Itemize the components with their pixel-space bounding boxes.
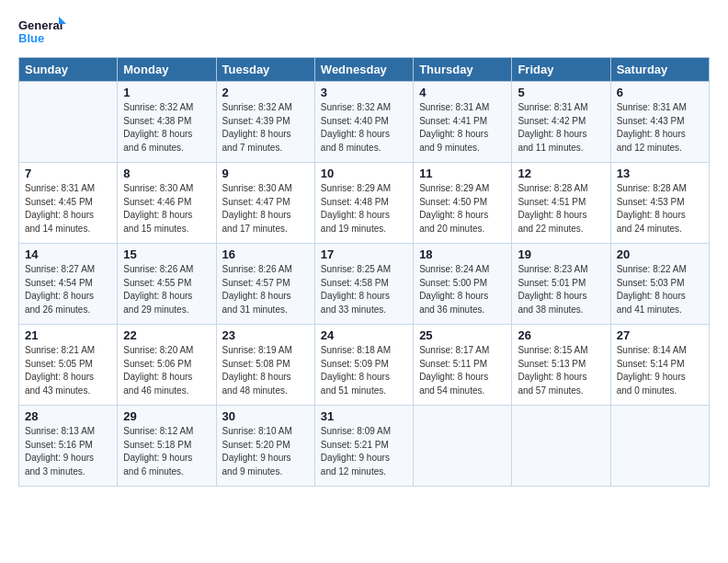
day-cell: 3Sunrise: 8:32 AMSunset: 4:40 PMDaylight…: [314, 82, 413, 163]
day-number: 2: [222, 86, 309, 99]
day-cell: 26Sunrise: 8:15 AMSunset: 5:13 PMDayligh…: [512, 325, 610, 406]
day-info: Sunrise: 8:30 AMSunset: 4:46 PMDaylight:…: [123, 182, 210, 236]
day-number: 21: [25, 328, 111, 342]
day-number: 15: [123, 247, 210, 261]
day-number: 18: [419, 247, 506, 261]
day-info: Sunrise: 8:22 AMSunset: 5:03 PMDaylight:…: [617, 263, 703, 316]
day-cell: 18Sunrise: 8:24 AMSunset: 5:00 PMDayligh…: [414, 244, 512, 325]
day-cell: 11Sunrise: 8:29 AMSunset: 4:50 PMDayligh…: [414, 163, 512, 244]
day-info: Sunrise: 8:19 AMSunset: 5:08 PMDaylight:…: [222, 344, 309, 397]
day-cell: 15Sunrise: 8:26 AMSunset: 4:55 PMDayligh…: [118, 244, 216, 325]
day-info: Sunrise: 8:18 AMSunset: 5:09 PMDaylight:…: [321, 344, 407, 397]
day-cell: 28Sunrise: 8:13 AMSunset: 5:16 PMDayligh…: [19, 406, 118, 487]
day-number: 11: [419, 167, 506, 180]
day-cell: 19Sunrise: 8:23 AMSunset: 5:01 PMDayligh…: [512, 244, 610, 325]
day-number: 27: [617, 328, 703, 342]
day-info: Sunrise: 8:26 AMSunset: 4:55 PMDaylight:…: [123, 263, 210, 316]
day-number: 23: [222, 328, 309, 342]
day-info: Sunrise: 8:31 AMSunset: 4:45 PMDaylight:…: [25, 182, 111, 236]
logo-svg: General Blue: [18, 15, 66, 48]
day-info: Sunrise: 8:15 AMSunset: 5:13 PMDaylight:…: [518, 344, 604, 397]
day-number: 8: [123, 167, 210, 180]
day-number: 31: [321, 409, 407, 423]
day-cell: [610, 406, 709, 487]
day-info: Sunrise: 8:32 AMSunset: 4:39 PMDaylight:…: [222, 101, 309, 155]
day-cell: 20Sunrise: 8:22 AMSunset: 5:03 PMDayligh…: [610, 244, 709, 325]
header: General Blue: [18, 15, 710, 48]
day-info: Sunrise: 8:29 AMSunset: 4:50 PMDaylight:…: [419, 182, 506, 236]
day-cell: 4Sunrise: 8:31 AMSunset: 4:41 PMDaylight…: [414, 82, 512, 163]
col-header-wednesday: Wednesday: [314, 58, 413, 82]
day-cell: 12Sunrise: 8:28 AMSunset: 4:51 PMDayligh…: [512, 163, 610, 244]
day-info: Sunrise: 8:31 AMSunset: 4:42 PMDaylight:…: [518, 101, 604, 155]
day-number: 24: [321, 328, 407, 342]
day-cell: 30Sunrise: 8:10 AMSunset: 5:20 PMDayligh…: [216, 406, 314, 487]
day-cell: 27Sunrise: 8:14 AMSunset: 5:14 PMDayligh…: [610, 325, 709, 406]
week-row-1: 1Sunrise: 8:32 AMSunset: 4:38 PMDaylight…: [19, 82, 710, 163]
week-row-5: 28Sunrise: 8:13 AMSunset: 5:16 PMDayligh…: [19, 406, 710, 487]
day-cell: 7Sunrise: 8:31 AMSunset: 4:45 PMDaylight…: [19, 163, 118, 244]
day-number: 12: [518, 167, 604, 180]
day-info: Sunrise: 8:10 AMSunset: 5:20 PMDaylight:…: [222, 425, 309, 478]
day-number: 26: [518, 328, 604, 342]
day-cell: 25Sunrise: 8:17 AMSunset: 5:11 PMDayligh…: [414, 325, 512, 406]
week-row-2: 7Sunrise: 8:31 AMSunset: 4:45 PMDaylight…: [19, 163, 710, 244]
day-cell: 5Sunrise: 8:31 AMSunset: 4:42 PMDaylight…: [512, 82, 610, 163]
page: General Blue SundayMondayTuesdayWednesda…: [0, 0, 728, 496]
day-info: Sunrise: 8:12 AMSunset: 5:18 PMDaylight:…: [123, 425, 210, 478]
day-info: Sunrise: 8:32 AMSunset: 4:38 PMDaylight:…: [123, 101, 210, 155]
day-cell: 8Sunrise: 8:30 AMSunset: 4:46 PMDaylight…: [118, 163, 216, 244]
week-row-3: 14Sunrise: 8:27 AMSunset: 4:54 PMDayligh…: [19, 244, 710, 325]
day-cell: 29Sunrise: 8:12 AMSunset: 5:18 PMDayligh…: [118, 406, 216, 487]
day-info: Sunrise: 8:14 AMSunset: 5:14 PMDaylight:…: [617, 344, 703, 397]
day-number: 19: [518, 247, 604, 261]
day-info: Sunrise: 8:17 AMSunset: 5:11 PMDaylight:…: [419, 344, 506, 397]
day-info: Sunrise: 8:09 AMSunset: 5:21 PMDaylight:…: [321, 425, 407, 478]
day-number: 22: [123, 328, 210, 342]
day-number: 9: [222, 167, 309, 180]
svg-text:Blue: Blue: [18, 31, 44, 45]
col-header-thursday: Thursday: [414, 58, 512, 82]
day-number: 13: [617, 167, 703, 180]
day-cell: [19, 82, 118, 163]
day-number: 17: [321, 247, 407, 261]
day-cell: 13Sunrise: 8:28 AMSunset: 4:53 PMDayligh…: [610, 163, 709, 244]
day-number: 29: [123, 409, 210, 423]
day-cell: 2Sunrise: 8:32 AMSunset: 4:39 PMDaylight…: [216, 82, 314, 163]
day-cell: 31Sunrise: 8:09 AMSunset: 5:21 PMDayligh…: [314, 406, 413, 487]
day-number: 16: [222, 247, 309, 261]
day-number: 30: [222, 409, 309, 423]
day-cell: 6Sunrise: 8:31 AMSunset: 4:43 PMDaylight…: [610, 82, 709, 163]
col-header-sunday: Sunday: [19, 58, 118, 82]
day-info: Sunrise: 8:25 AMSunset: 4:58 PMDaylight:…: [321, 263, 407, 316]
col-header-tuesday: Tuesday: [216, 58, 314, 82]
week-row-4: 21Sunrise: 8:21 AMSunset: 5:05 PMDayligh…: [19, 325, 710, 406]
day-number: 14: [25, 247, 111, 261]
day-info: Sunrise: 8:24 AMSunset: 5:00 PMDaylight:…: [419, 263, 506, 316]
day-number: 7: [25, 167, 111, 180]
day-number: 28: [25, 409, 111, 423]
day-number: 4: [419, 86, 506, 99]
day-number: 1: [123, 86, 210, 99]
day-number: 5: [518, 86, 604, 99]
day-info: Sunrise: 8:31 AMSunset: 4:43 PMDaylight:…: [617, 101, 703, 155]
day-cell: 16Sunrise: 8:26 AMSunset: 4:57 PMDayligh…: [216, 244, 314, 325]
day-info: Sunrise: 8:28 AMSunset: 4:51 PMDaylight:…: [518, 182, 604, 236]
day-cell: 1Sunrise: 8:32 AMSunset: 4:38 PMDaylight…: [118, 82, 216, 163]
day-info: Sunrise: 8:20 AMSunset: 5:06 PMDaylight:…: [123, 344, 210, 397]
col-header-monday: Monday: [118, 58, 216, 82]
day-info: Sunrise: 8:29 AMSunset: 4:48 PMDaylight:…: [321, 182, 407, 236]
day-info: Sunrise: 8:13 AMSunset: 5:16 PMDaylight:…: [25, 425, 111, 478]
day-number: 20: [617, 247, 703, 261]
calendar-table: SundayMondayTuesdayWednesdayThursdayFrid…: [18, 57, 710, 487]
day-info: Sunrise: 8:32 AMSunset: 4:40 PMDaylight:…: [321, 101, 407, 155]
day-info: Sunrise: 8:28 AMSunset: 4:53 PMDaylight:…: [617, 182, 703, 236]
day-cell: [512, 406, 610, 487]
day-cell: 10Sunrise: 8:29 AMSunset: 4:48 PMDayligh…: [314, 163, 413, 244]
svg-text:General: General: [18, 18, 63, 32]
day-cell: 23Sunrise: 8:19 AMSunset: 5:08 PMDayligh…: [216, 325, 314, 406]
day-cell: 14Sunrise: 8:27 AMSunset: 4:54 PMDayligh…: [19, 244, 118, 325]
header-row: SundayMondayTuesdayWednesdayThursdayFrid…: [19, 58, 710, 82]
day-cell: [414, 406, 512, 487]
day-number: 3: [321, 86, 407, 99]
